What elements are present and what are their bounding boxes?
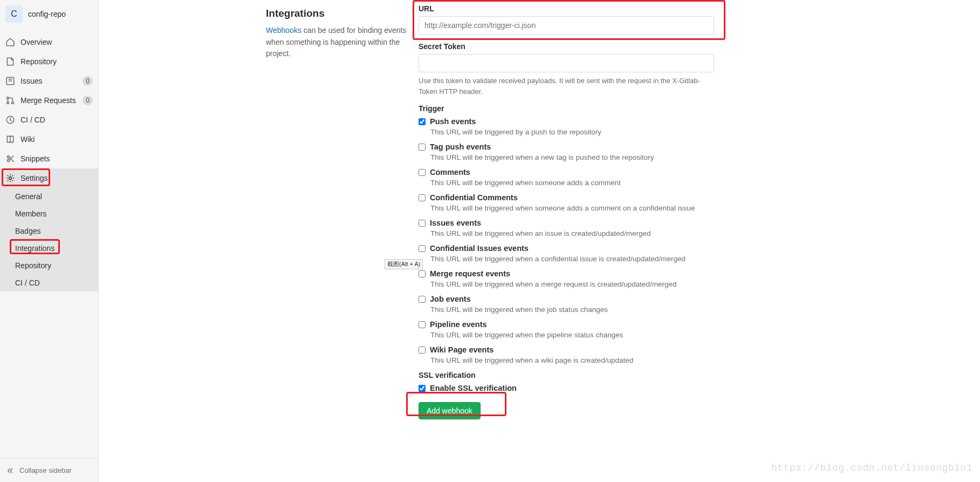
trigger-item: Issues eventsThis URL will be triggered …	[419, 219, 714, 237]
trigger-item: Wiki Page eventsThis URL will be trigger…	[419, 345, 714, 364]
trigger-checkbox-row[interactable]: Comments	[419, 168, 714, 176]
sub-label: General	[15, 192, 42, 201]
trigger-checkbox[interactable]	[419, 169, 426, 176]
secret-help: Use this token to validate received payl…	[419, 76, 714, 97]
add-webhook-button[interactable]: Add webhook	[419, 402, 481, 419]
trigger-item: Merge request eventsThis URL will be tri…	[419, 269, 714, 288]
svg-point-7	[9, 177, 12, 180]
trigger-checkbox-row[interactable]: Job events	[419, 295, 714, 303]
content: Integrations Webhooks can be used for bi…	[99, 0, 980, 482]
collapse-label: Collapse sidebar	[19, 466, 72, 474]
sub-label: Members	[15, 209, 46, 218]
merge-icon	[5, 96, 15, 105]
sidebar-item-label: CI / CD	[20, 116, 93, 124]
settings-sub-repository[interactable]: Repository	[0, 257, 98, 274]
trigger-label: Comments	[430, 168, 470, 176]
trigger-checkbox[interactable]	[419, 296, 426, 303]
trigger-desc: This URL will be triggered when the pipe…	[430, 331, 714, 339]
trigger-label: Confidential Issues events	[430, 244, 529, 253]
trigger-item: Confidential CommentsThis URL will be tr…	[419, 193, 714, 212]
trigger-checkbox-row[interactable]: Confidential Issues events	[419, 244, 714, 253]
svg-point-5	[8, 156, 10, 158]
sidebar-item-merge-requests[interactable]: Merge Requests 0	[0, 91, 98, 110]
sidebar-item-label: Snippets	[20, 154, 93, 163]
url-input[interactable]	[419, 16, 714, 35]
ssl-section-label: SSL verification	[419, 371, 714, 379]
trigger-checkbox[interactable]	[419, 118, 426, 125]
trigger-label: Pipeline events	[430, 320, 487, 329]
file-icon	[5, 57, 15, 66]
trigger-desc: This URL will be triggered when a merge …	[430, 280, 714, 288]
chevrons-left-icon	[6, 467, 14, 474]
settings-sub-general[interactable]: General	[0, 188, 98, 205]
trigger-desc: This URL will be triggered when a wiki p…	[430, 356, 714, 364]
sidebar-item-cicd[interactable]: CI / CD	[0, 110, 98, 130]
trigger-checkbox[interactable]	[419, 347, 426, 354]
sidebar-item-label: Settings	[20, 174, 93, 182]
sidebar-item-repository[interactable]: Repository	[0, 52, 98, 71]
trigger-checkbox[interactable]	[419, 194, 426, 201]
home-icon	[5, 37, 15, 47]
trigger-label: Job events	[430, 295, 471, 303]
trigger-checkbox-row[interactable]: Push events	[419, 117, 714, 126]
ssl-checkbox-label: Enable SSL verification	[430, 384, 517, 392]
trigger-checkbox[interactable]	[419, 144, 426, 151]
screenshot-tooltip: 截图(Alt + A)	[385, 259, 423, 269]
sidebar-item-label: Merge Requests	[20, 96, 83, 105]
secret-field-group: Secret Token Use this token to validate …	[419, 42, 714, 97]
sub-label: Integrations	[15, 244, 54, 253]
trigger-label: Wiki Page events	[430, 345, 494, 354]
sidebar-item-wiki[interactable]: Wiki	[0, 130, 98, 149]
trigger-checkbox[interactable]	[419, 270, 426, 277]
sidebar-item-settings[interactable]: Settings	[0, 168, 98, 188]
trigger-checkbox[interactable]	[419, 321, 426, 328]
trigger-item: CommentsThis URL will be triggered when …	[419, 168, 714, 187]
sidebar-item-label: Repository	[20, 57, 93, 66]
settings-sub-integrations[interactable]: Integrations	[0, 240, 98, 257]
trigger-checkbox-row[interactable]: Wiki Page events	[419, 345, 714, 354]
trigger-desc: This URL will be triggered when someone …	[430, 179, 714, 187]
svg-point-3	[12, 102, 14, 104]
trigger-item: Job eventsThis URL will be triggered whe…	[419, 295, 714, 314]
trigger-checkbox-row[interactable]: Issues events	[419, 219, 714, 227]
trigger-desc: This URL will be triggered when a confid…	[430, 255, 714, 263]
trigger-item: Pipeline eventsThis URL will be triggere…	[419, 320, 714, 339]
secret-input[interactable]	[419, 54, 714, 72]
url-field-group: URL	[419, 4, 714, 35]
settings-sub-badges[interactable]: Badges	[0, 222, 98, 240]
ssl-checkbox[interactable]	[419, 385, 426, 392]
trigger-checkbox-row[interactable]: Tag push events	[419, 142, 714, 151]
trigger-desc: This URL will be triggered when someone …	[430, 204, 714, 212]
svg-point-1	[7, 97, 9, 99]
sidebar-item-overview[interactable]: Overview	[0, 32, 98, 52]
sidebar-item-label: Issues	[20, 77, 83, 85]
webhooks-link[interactable]: Webhooks	[266, 26, 301, 35]
sidebar-item-issues[interactable]: Issues 0	[0, 71, 98, 91]
page-heading: Integrations	[266, 8, 409, 19]
trigger-checkbox-row[interactable]: Pipeline events	[419, 320, 714, 329]
mr-badge: 0	[83, 96, 93, 105]
trigger-label: Push events	[430, 117, 476, 126]
trigger-label: Tag push events	[430, 142, 491, 151]
settings-sub-members[interactable]: Members	[0, 205, 98, 222]
settings-submenu: General Members Badges Integrations Repo…	[0, 188, 98, 291]
trigger-checkbox-row[interactable]: Merge request events	[419, 269, 714, 278]
trigger-label: Merge request events	[430, 269, 510, 278]
trigger-desc: This URL will be triggered when a new ta…	[430, 153, 714, 161]
intro-text: Webhooks can be used for binding events …	[266, 25, 409, 60]
project-header[interactable]: C config-repo	[0, 0, 98, 32]
sub-label: Repository	[15, 261, 51, 270]
book-icon	[5, 134, 15, 144]
issues-badge: 0	[83, 76, 93, 86]
url-label: URL	[419, 4, 714, 13]
sub-label: Badges	[15, 227, 40, 235]
gear-icon	[5, 173, 15, 183]
svg-point-2	[7, 102, 9, 104]
trigger-checkbox[interactable]	[419, 220, 426, 227]
collapse-sidebar[interactable]: Collapse sidebar	[0, 458, 98, 482]
trigger-checkbox-row[interactable]: Confidential Comments	[419, 193, 714, 202]
trigger-checkbox[interactable]	[419, 245, 426, 252]
ssl-checkbox-row[interactable]: Enable SSL verification	[419, 384, 714, 392]
sidebar-item-snippets[interactable]: Snippets	[0, 149, 98, 168]
settings-sub-cicd[interactable]: CI / CD	[0, 274, 98, 291]
